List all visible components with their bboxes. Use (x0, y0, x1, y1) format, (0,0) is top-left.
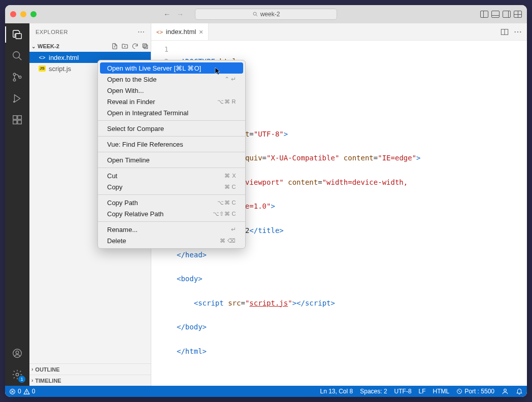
toggle-panel-icon[interactable] (491, 11, 500, 18)
explorer-more-icon[interactable]: ⋯ (138, 28, 145, 36)
svg-point-32 (504, 389, 507, 391)
toggle-secondary-sidebar-icon[interactable] (503, 11, 511, 18)
activity-bar: 1 (5, 23, 29, 386)
search-icon (252, 11, 258, 17)
activity-source-control-icon[interactable] (11, 71, 23, 83)
vscode-window: ← → week-2 (5, 5, 527, 397)
split-editor-icon[interactable] (501, 28, 509, 36)
context-menu-shortcut: ⌘ C (224, 184, 237, 190)
command-center[interactable]: week-2 (195, 9, 337, 20)
html-file-icon: <> (39, 54, 46, 60)
nav-back-icon[interactable]: ← (163, 10, 171, 18)
activity-accounts-icon[interactable] (11, 347, 23, 359)
context-menu-shortcut: ⌥⌘ R (217, 98, 236, 105)
nav-forward-icon[interactable]: → (177, 10, 184, 18)
zoom-window[interactable] (30, 11, 37, 17)
context-menu-separator (98, 120, 245, 121)
svg-point-29 (26, 393, 27, 393)
tab-index-html[interactable]: <> index.html × (151, 23, 209, 40)
context-menu-label: Open in Integrated Terminal (107, 109, 188, 117)
outline-section[interactable]: › OUTLINE (29, 363, 151, 375)
file-label: index.html (49, 54, 79, 61)
context-menu-item[interactable]: Copy Relative Path⌥⇧⌘ C (100, 208, 243, 219)
timeline-section[interactable]: › TIMELINE (29, 375, 151, 386)
titlebar: ← → week-2 (5, 5, 527, 23)
activity-settings-icon[interactable]: 1 (11, 368, 23, 381)
command-center-text: week-2 (260, 11, 280, 18)
context-menu-item[interactable]: Open Timeline (100, 154, 243, 165)
svg-point-0 (253, 12, 256, 15)
context-menu-item[interactable]: Cut⌘ X (100, 170, 243, 181)
svg-point-5 (13, 73, 16, 76)
context-menu-label: Open to the Side (107, 76, 157, 83)
context-menu-item[interactable]: Reveal in Finder⌥⌘ R (100, 96, 243, 107)
folder-actions (111, 43, 149, 50)
new-folder-icon[interactable] (121, 43, 128, 50)
status-feedback-icon[interactable] (502, 388, 509, 395)
context-menu-item[interactable]: Rename...↵ (100, 224, 243, 235)
activity-search-icon[interactable] (11, 50, 23, 62)
context-menu-separator (98, 136, 245, 137)
refresh-icon[interactable] (131, 43, 139, 50)
context-menu-shortcut: ⌥⌘ C (217, 199, 236, 206)
explorer-header: EXPLORER ⋯ (29, 23, 151, 41)
editor-more-icon[interactable]: ⋯ (514, 27, 522, 37)
workbench-body: 1 EXPLORER ⋯ ⌄ WEEK-2 <> index.h (5, 23, 527, 386)
context-menu-label: Reveal in Finder (107, 98, 155, 106)
folder-header[interactable]: ⌄ WEEK-2 (29, 41, 151, 52)
status-notifications-icon[interactable] (516, 388, 523, 395)
cursor-pointer-icon (215, 67, 222, 75)
context-menu-item[interactable]: Open With... (100, 85, 243, 96)
collapse-all-icon[interactable] (142, 43, 149, 50)
context-menu-shortcut: ⌘ X (224, 173, 236, 179)
context-menu-label: Vue: Find File References (107, 141, 183, 148)
new-file-icon[interactable] (111, 43, 118, 50)
svg-rect-11 (13, 120, 17, 124)
chevron-down-icon: ⌄ (31, 44, 36, 49)
status-encoding[interactable]: UTF-8 (394, 388, 412, 395)
status-bar: 0 0 Ln 13, Col 8 Spaces: 2 UTF-8 LF HTML… (5, 386, 527, 397)
context-menu-item[interactable]: Vue: Find File References (100, 139, 243, 150)
close-tab-icon[interactable]: × (199, 28, 203, 36)
svg-rect-10 (18, 116, 21, 119)
svg-point-8 (14, 102, 15, 103)
context-menu-enter-icon: ⌃ ↵ (224, 76, 236, 83)
svg-point-7 (19, 76, 21, 79)
status-language[interactable]: HTML (433, 388, 450, 395)
context-menu-enter-icon: ↵ (231, 226, 236, 233)
svg-point-3 (13, 52, 20, 58)
svg-point-14 (16, 351, 19, 354)
status-indentation[interactable]: Spaces: 2 (360, 388, 387, 395)
svg-point-6 (13, 79, 16, 81)
warning-icon (23, 388, 30, 395)
status-eol[interactable]: LF (419, 388, 426, 395)
toggle-primary-sidebar-icon[interactable] (480, 11, 488, 18)
status-problems[interactable]: 0 0 (9, 388, 35, 395)
customize-layout-icon[interactable] (514, 11, 522, 18)
activity-run-debug-icon[interactable] (11, 92, 23, 105)
status-live-server[interactable]: Port : 5500 (456, 388, 494, 395)
context-menu-item[interactable]: Copy⌘ C (100, 181, 243, 192)
context-menu-item[interactable]: Open to the Side⌃ ↵ (100, 74, 243, 85)
svg-line-31 (458, 390, 461, 393)
js-file-icon: JS (39, 65, 46, 72)
context-menu: Open with Live Server [⌘L ⌘O]Open to the… (97, 60, 246, 249)
svg-line-1 (256, 15, 257, 17)
context-menu-item[interactable]: Delete⌘ ⌫ (100, 235, 243, 246)
error-icon (9, 388, 16, 395)
activity-extensions-icon[interactable] (11, 114, 23, 126)
close-window[interactable] (10, 11, 16, 17)
context-menu-item[interactable]: Copy Path⌥⌘ C (100, 197, 243, 208)
status-cursor-position[interactable]: Ln 13, Col 8 (320, 388, 353, 395)
context-menu-separator (98, 194, 245, 195)
context-menu-item[interactable]: Select for Compare (100, 123, 243, 134)
svg-rect-9 (13, 116, 17, 119)
context-menu-label: Copy Relative Path (107, 210, 163, 218)
context-menu-label: Open With... (107, 87, 144, 94)
activity-explorer-icon[interactable] (11, 28, 23, 41)
svg-point-15 (16, 373, 19, 376)
context-menu-label: Cut (107, 172, 117, 180)
context-menu-item[interactable]: Open in Integrated Terminal (100, 107, 243, 118)
minimize-window[interactable] (20, 11, 26, 17)
svg-rect-12 (18, 120, 21, 124)
